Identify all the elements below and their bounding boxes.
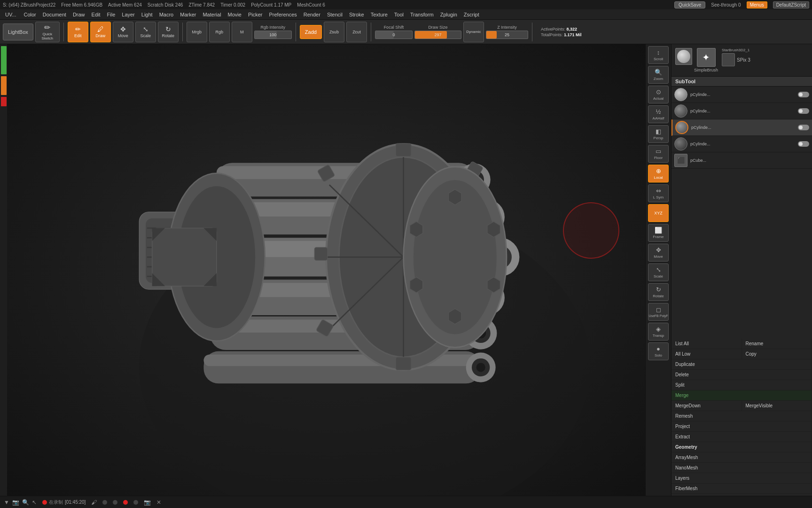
- subtool-item-2[interactable]: pCylinde...: [671, 103, 812, 119]
- aahalf-button[interactable]: ½ AAHalf: [648, 105, 669, 123]
- extract-button[interactable]: Extract: [671, 432, 812, 442]
- transp-button[interactable]: ◈ Transp: [648, 323, 669, 341]
- remesh-button[interactable]: Remesh: [671, 411, 812, 421]
- menu-item-render[interactable]: Render: [300, 11, 324, 18]
- fibermesh-button[interactable]: FiberMesh: [671, 484, 812, 493]
- menu-item-edit[interactable]: Edit: [88, 11, 104, 18]
- solo-button[interactable]: ● Solo: [648, 342, 669, 360]
- delete-button[interactable]: Delete: [671, 370, 812, 380]
- 3d-viewport[interactable]: [7, 44, 645, 496]
- layers-button[interactable]: Layers: [671, 473, 812, 483]
- move-button[interactable]: ✥ Move: [113, 22, 133, 42]
- move-nav-button[interactable]: ✥ Move: [648, 244, 669, 262]
- menu-item-tool[interactable]: Tool: [391, 11, 407, 18]
- color-swatch-orange[interactable]: [1, 76, 7, 95]
- menu-item-transform[interactable]: Transform: [407, 11, 437, 18]
- list-all-button[interactable]: List All: [671, 339, 742, 349]
- menu-item-zplugin[interactable]: Zplugin: [437, 11, 461, 18]
- subtool-toggle-2[interactable]: [798, 108, 809, 114]
- rotate-nav-button[interactable]: ↻ Rotate: [648, 283, 669, 301]
- pointer-icon[interactable]: ↖: [32, 499, 37, 506]
- magnify-icon[interactable]: 🔍: [22, 499, 29, 506]
- brush-thumb-1[interactable]: [675, 48, 692, 65]
- menu-item-draw[interactable]: Draw: [70, 11, 88, 18]
- subtool-toggle-1[interactable]: [798, 92, 809, 97]
- menu-item-macro[interactable]: Macro: [156, 11, 177, 18]
- menu-uv[interactable]: UV...: [2, 11, 19, 18]
- nanomesh-button[interactable]: NanoMesh: [671, 463, 812, 473]
- zcut-button[interactable]: Zcut: [346, 22, 367, 42]
- arraymesh-button[interactable]: ArrayMesh: [671, 452, 812, 462]
- default-zscript-button[interactable]: DefaultZScript: [773, 1, 809, 8]
- xyz-button[interactable]: XYZ: [648, 204, 669, 222]
- menu-item-stencil[interactable]: Stencil: [324, 11, 346, 18]
- lightbox-button[interactable]: LightBox: [3, 24, 33, 40]
- all-low-button[interactable]: All Low: [671, 349, 742, 359]
- floor-button[interactable]: ▭ Floor: [648, 145, 669, 163]
- menu-item-texture[interactable]: Texture: [367, 11, 391, 18]
- draw-button[interactable]: 🖊 Draw: [90, 22, 111, 42]
- rgb-button[interactable]: Rgb: [209, 22, 230, 42]
- scale-button[interactable]: ⤡ Scale: [135, 22, 156, 42]
- draw-size-track[interactable]: 297: [414, 31, 461, 39]
- rgb-intensity-track[interactable]: 100: [254, 31, 292, 39]
- zadd-button[interactable]: Zadd: [300, 25, 322, 39]
- menu-item-marker[interactable]: Marker: [177, 11, 199, 18]
- color-swatch-red[interactable]: [1, 97, 7, 106]
- camera-status-icon[interactable]: 📷: [144, 499, 151, 506]
- menu-item-light[interactable]: Light: [138, 11, 156, 18]
- persp-button[interactable]: ◧ Persp: [648, 125, 669, 143]
- zsub-button[interactable]: Zsub: [324, 22, 344, 42]
- menu-item-picker[interactable]: Picker: [245, 11, 266, 18]
- subtool-item-1[interactable]: pCylinde...: [671, 87, 812, 103]
- canvas-area[interactable]: [7, 44, 645, 496]
- lsym-button[interactable]: ⇔ L Sym: [648, 184, 669, 202]
- z-intensity-track[interactable]: 25: [486, 31, 528, 39]
- quicksave-button[interactable]: QuickSave: [674, 1, 705, 8]
- mergedown-button[interactable]: MergeDown: [671, 401, 742, 411]
- zoom-button[interactable]: 🔍 Zoom: [648, 66, 669, 84]
- usefb-button[interactable]: ◻ UseFB PolyF: [648, 303, 669, 321]
- split-button[interactable]: Split: [671, 380, 812, 390]
- duplicate-button[interactable]: Duplicate: [671, 359, 812, 369]
- m-button[interactable]: M: [232, 22, 252, 42]
- subtool-item-3[interactable]: pCylinde...: [671, 119, 812, 136]
- menu-item-file[interactable]: File: [104, 11, 119, 18]
- menu-item-layer[interactable]: Layer: [118, 11, 138, 18]
- subtool-toggle-3[interactable]: [798, 125, 809, 130]
- menu-item-movie[interactable]: Movie: [225, 11, 245, 18]
- rename-button[interactable]: Rename: [742, 339, 812, 349]
- menu-item-color[interactable]: Color: [20, 11, 39, 18]
- actual-button[interactable]: ⊙ Actual: [648, 86, 669, 103]
- brush-thumb-star[interactable]: ✦: [697, 48, 716, 67]
- geometry-button[interactable]: Geometry: [671, 442, 812, 452]
- scroll-button[interactable]: ↕ Scroll: [648, 46, 669, 64]
- down-arrow-icon[interactable]: ▼: [4, 499, 9, 506]
- color-swatch-green[interactable]: [1, 46, 7, 74]
- copy-button[interactable]: Copy: [742, 349, 812, 359]
- subtool-toggle-4[interactable]: [798, 141, 809, 147]
- brush-status-icon[interactable]: 🖌: [91, 499, 97, 506]
- dynamic-button[interactable]: Dynamic: [463, 22, 484, 42]
- scale-nav-button[interactable]: ⤡ Scale: [648, 263, 669, 281]
- menu-item-stroke[interactable]: Stroke: [346, 11, 367, 18]
- mrgb-button[interactable]: Mrgb: [187, 22, 207, 42]
- menu-item-document[interactable]: Document: [39, 11, 70, 18]
- local-button[interactable]: ⊕ Local: [648, 165, 669, 183]
- close-status-icon[interactable]: ✕: [156, 499, 161, 506]
- menu-item-material[interactable]: Material: [199, 11, 224, 18]
- edit-button[interactable]: ✏ Edit: [68, 22, 88, 42]
- frame-button[interactable]: ⬜ Frame: [648, 224, 669, 242]
- camera-icon[interactable]: 📷: [12, 499, 19, 506]
- mergevisible-button[interactable]: MergeVisible: [742, 401, 812, 411]
- spix-thumb[interactable]: [722, 53, 735, 66]
- rotate-button[interactable]: ↻ Rotate: [158, 22, 179, 42]
- focal-shift-track[interactable]: 0: [375, 31, 413, 39]
- menus-button[interactable]: Menus: [747, 1, 767, 8]
- subtool-item-5[interactable]: ⬛ pCube...: [671, 152, 812, 169]
- quicksketch-button[interactable]: ✏ Quick Sketch: [35, 22, 60, 42]
- menu-item-zscript[interactable]: Zscript: [461, 11, 483, 18]
- project-button[interactable]: Project: [671, 421, 812, 431]
- menu-item-preferences[interactable]: Preferences: [265, 11, 300, 18]
- subtool-item-4[interactable]: pCylinde...: [671, 136, 812, 152]
